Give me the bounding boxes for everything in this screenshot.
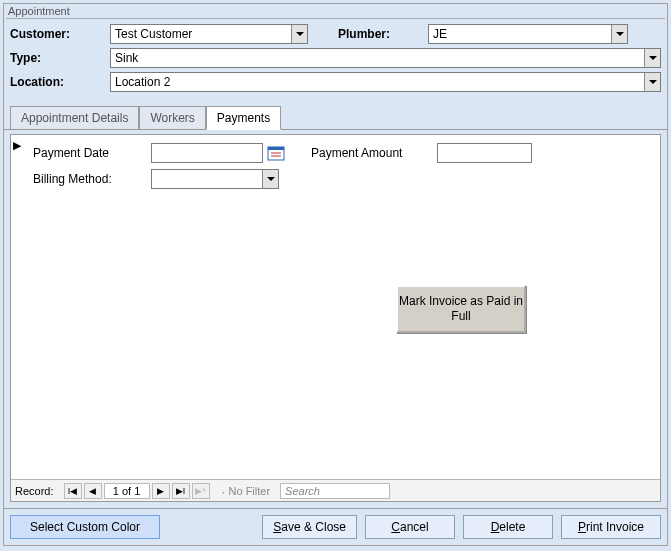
location-label: Location: xyxy=(10,75,110,89)
tab-workers[interactable]: Workers xyxy=(139,106,205,130)
payment-date-label: Payment Date xyxy=(33,146,151,160)
tab-strip: Appointment Details Workers Payments xyxy=(4,99,667,130)
record-search-input[interactable]: Search xyxy=(280,483,390,499)
location-combo[interactable]: Location 2 xyxy=(110,72,661,92)
nav-next-button[interactable]: ▶ xyxy=(152,483,170,499)
chevron-down-icon xyxy=(644,49,660,67)
billing-method-label: Billing Method: xyxy=(33,172,151,186)
mark-invoice-paid-button[interactable]: Mark Invoice as Paid in Full xyxy=(396,285,526,333)
payment-amount-label: Payment Amount xyxy=(311,146,437,160)
mark-invoice-paid-label: Mark Invoice as Paid in Full xyxy=(398,294,524,324)
payment-date-input[interactable] xyxy=(151,143,263,163)
plumber-label: Plumber: xyxy=(338,27,428,41)
svg-rect-1 xyxy=(268,147,284,150)
save-close-button[interactable]: Save & Close xyxy=(262,515,357,539)
calendar-icon[interactable] xyxy=(267,144,285,162)
nav-prev-button[interactable]: ◀ xyxy=(84,483,102,499)
chevron-down-icon xyxy=(644,73,660,91)
delete-button[interactable]: Delete xyxy=(463,515,553,539)
plumber-value: JE xyxy=(433,27,447,41)
title-underline xyxy=(6,18,665,19)
appointment-window: Appointment Customer: Test Customer Plum… xyxy=(3,3,668,546)
print-invoice-button[interactable]: Print Invoice xyxy=(561,515,661,539)
nav-new-button[interactable]: ▶* xyxy=(192,483,210,499)
chevron-down-icon xyxy=(291,25,307,43)
header-form: Customer: Test Customer Plumber: JE Type… xyxy=(4,21,667,99)
footer-bar: Select Custom Color Save & Close Cancel … xyxy=(4,508,667,545)
type-value: Sink xyxy=(115,51,138,65)
tab-payments[interactable]: Payments xyxy=(206,106,281,130)
customer-label: Customer: xyxy=(10,27,110,41)
billing-method-combo[interactable] xyxy=(151,169,279,189)
chevron-down-icon xyxy=(611,25,627,43)
record-navigator: Record: I◀ ◀ 1 of 1 ▶ ▶I ▶* ⬪ No Filter … xyxy=(11,479,660,501)
customer-value: Test Customer xyxy=(115,27,192,41)
record-position[interactable]: 1 of 1 xyxy=(104,483,150,499)
record-selector-icon[interactable]: ▶ xyxy=(13,139,21,152)
tab-body-container: ▶ Payment Date Payment Amount Billing Me… xyxy=(4,130,667,508)
chevron-down-icon xyxy=(262,170,278,188)
nav-first-button[interactable]: I◀ xyxy=(64,483,82,499)
window-title: Appointment xyxy=(4,4,667,18)
select-custom-color-button[interactable]: Select Custom Color xyxy=(10,515,160,539)
no-filter-label: No Filter xyxy=(229,485,271,497)
type-combo[interactable]: Sink xyxy=(110,48,661,68)
location-value: Location 2 xyxy=(115,75,170,89)
payment-amount-input[interactable] xyxy=(437,143,532,163)
tab-appointment-details[interactable]: Appointment Details xyxy=(10,106,139,130)
payments-panel: ▶ Payment Date Payment Amount Billing Me… xyxy=(10,134,661,502)
nav-last-button[interactable]: ▶I xyxy=(172,483,190,499)
record-label: Record: xyxy=(15,485,54,497)
filter-icon: ⬪ xyxy=(220,485,227,497)
customer-combo[interactable]: Test Customer xyxy=(110,24,308,44)
cancel-button[interactable]: Cancel xyxy=(365,515,455,539)
plumber-combo[interactable]: JE xyxy=(428,24,628,44)
type-label: Type: xyxy=(10,51,110,65)
